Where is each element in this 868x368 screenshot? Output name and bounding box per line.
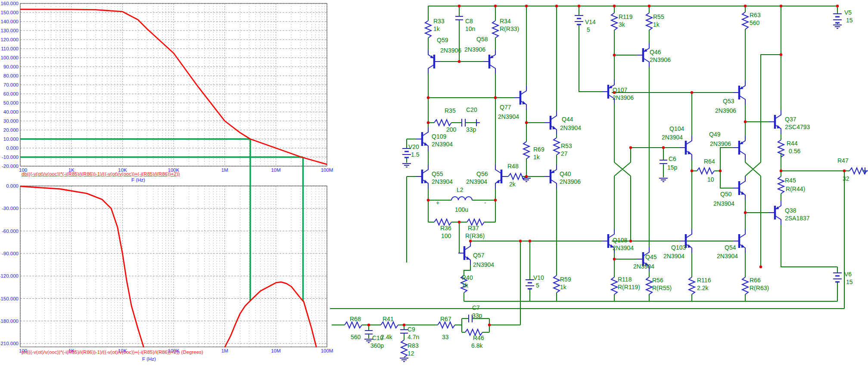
component-label: Q104 (669, 126, 684, 132)
transistor-Q56[interactable] (495, 164, 507, 189)
component-label: 2N3906 (440, 47, 461, 54)
capacitor-C6[interactable] (660, 160, 667, 164)
resistor-R53[interactable] (554, 138, 560, 155)
axis-tick-label: 1M (221, 167, 228, 173)
axis-tick-label: -90.000 (2, 251, 19, 256)
component-label: 2N3904 (713, 201, 734, 207)
source-V14[interactable] (575, 15, 583, 25)
transistor-Q49[interactable] (733, 136, 745, 160)
component-label: R63 (750, 12, 761, 19)
axis-tick-label: 1M (221, 348, 228, 353)
resistor-R66[interactable] (742, 277, 748, 294)
inductor-L2[interactable] (451, 197, 472, 200)
capacitor-C8[interactable] (455, 16, 463, 20)
component-label: 10n (465, 26, 475, 32)
resistor-R55[interactable] (646, 13, 652, 30)
transistor-Q57[interactable] (458, 241, 470, 265)
resistor-R59[interactable] (554, 275, 560, 293)
transistor-Q44[interactable] (544, 111, 557, 135)
component-label: C8 (465, 18, 473, 25)
component-label: Q59 (437, 37, 448, 43)
component-label: 2SA1837 (785, 215, 810, 222)
source-V6[interactable] (833, 273, 842, 282)
component-label: 2N3904 (466, 179, 487, 185)
resistor-R56[interactable] (646, 277, 652, 294)
component-label: Q56 (476, 171, 488, 177)
component-label: R116 (697, 277, 711, 284)
transistor-Q37[interactable] (769, 110, 781, 134)
capacitor-C7[interactable] (469, 315, 472, 322)
phase-xlabel: F (Hz) (142, 356, 156, 362)
resistor-R36[interactable] (434, 219, 451, 225)
resistor-R33[interactable] (425, 21, 431, 38)
transistor-Q40[interactable] (544, 164, 557, 189)
component-label: R69 (533, 146, 544, 153)
terminal-icon (476, 119, 480, 126)
transistor-Q46[interactable] (637, 43, 649, 67)
capacitor-C10[interactable] (365, 331, 373, 334)
transistor-Q55[interactable] (416, 164, 428, 189)
component-label: 2N3906 (710, 141, 731, 147)
bode-plots-canvas[interactable]: 160.000150.000140.000130.000120.000110.0… (0, 0, 345, 368)
component-label: 32 (843, 176, 849, 182)
component-label: Q54 (725, 244, 736, 251)
axis-tick-label: 100M (321, 167, 333, 173)
transistor-Q53[interactable] (733, 80, 745, 105)
component-label: 1.5 (411, 152, 419, 158)
source-V10[interactable] (526, 280, 534, 289)
component-label: 4.7n (408, 334, 419, 340)
resistor-R118[interactable] (611, 277, 617, 294)
component-label: C7 (472, 305, 480, 311)
resistor-R116[interactable] (689, 277, 695, 294)
resistor-R41[interactable] (381, 322, 398, 328)
axis-tick-label: -120.000 (0, 273, 19, 278)
phase-curve (20, 186, 144, 347)
axis-tick-label: -60.000 (2, 229, 19, 234)
resistor-R67[interactable] (438, 322, 455, 328)
transistor-Q59[interactable] (428, 49, 440, 74)
component-label: 6.8k (471, 343, 482, 349)
resistor-R34[interactable] (492, 21, 498, 38)
axis-tick-label: 30.000 (3, 118, 19, 124)
resistor-R63[interactable] (742, 12, 748, 29)
transistor-Q77[interactable] (514, 86, 526, 110)
axis-tick-label: 20.000 (3, 127, 19, 133)
transistor-Q50[interactable] (733, 176, 745, 200)
component-label: 27 (561, 151, 568, 157)
component-label: 200 (446, 127, 456, 133)
resistor-R69[interactable] (523, 142, 529, 159)
capacitor-C20[interactable] (462, 119, 465, 127)
axis-tick-label: -150.000 (0, 296, 19, 301)
component-label: 2SC4793 (785, 124, 810, 130)
capacitor-C9[interactable] (400, 330, 408, 333)
axis-tick-label: 10M (271, 167, 280, 173)
axis-tick-label: 100.000 (0, 55, 19, 60)
source-V5[interactable] (833, 14, 842, 23)
component-label: 2.2k (697, 285, 708, 291)
resistor-R119[interactable] (611, 13, 617, 30)
component-label: Q58 (476, 36, 488, 43)
axis-tick-label: 0.000 (6, 183, 19, 189)
transistor-Q58[interactable] (483, 49, 495, 74)
component-label: R37 (468, 225, 479, 232)
resistor-R64[interactable] (697, 168, 714, 174)
component-label: R45 (785, 177, 796, 184)
component-label: 2N3904 (633, 263, 654, 270)
transistor-Q38[interactable] (769, 201, 781, 225)
component-label: Q53 (723, 98, 734, 105)
component-label: 1k (560, 284, 566, 291)
axis-tick-label: 110.000 (1, 46, 19, 51)
component-label: R83 (408, 343, 419, 349)
component-label: 560 (750, 20, 759, 26)
resistor-R83[interactable] (401, 340, 407, 357)
resistor-R68[interactable] (345, 322, 362, 328)
resistor-R37[interactable] (467, 219, 484, 225)
component-label: 2N3906 (560, 179, 581, 185)
ground-icon (659, 178, 668, 182)
resistor-R45[interactable] (778, 176, 784, 194)
component-label: R40 (462, 275, 473, 281)
component-label: Q45 (645, 254, 656, 260)
resistor-R35[interactable] (434, 120, 451, 126)
component-label: 5 (536, 282, 539, 289)
component-label: 100u (455, 207, 468, 213)
